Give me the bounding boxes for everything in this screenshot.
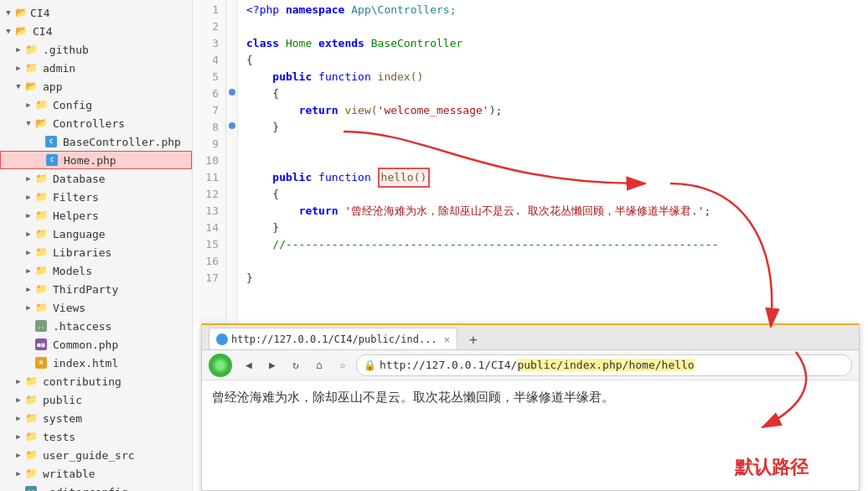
folder-icon — [34, 301, 48, 314]
code-line-6: { — [246, 85, 860, 102]
folder-icon — [34, 282, 48, 296]
sidebar-item-config[interactable]: Config — [0, 96, 192, 114]
bookmark-7 — [226, 101, 237, 117]
sidebar-item-contributing[interactable]: contributing — [0, 372, 192, 390]
sidebar-item-language[interactable]: Language — [0, 225, 192, 243]
sidebar-item-system[interactable]: system — [0, 409, 192, 427]
token: } — [246, 220, 279, 236]
line-number-11: 11 — [193, 169, 219, 186]
line-number-16: 16 — [193, 253, 219, 270]
item-label: writable — [43, 468, 96, 480]
item-label: Filters — [53, 191, 99, 204]
folder-icon — [34, 227, 48, 240]
code-line-2 — [246, 18, 860, 35]
bookmark-14 — [226, 218, 237, 235]
browser-tab[interactable]: http://127.0.0.1/CI4/public/ind... ✕ — [209, 328, 457, 349]
php-icon — [45, 153, 59, 167]
html-icon — [34, 356, 48, 370]
sidebar-item-admin[interactable]: admin — [0, 59, 192, 77]
new-tab-button[interactable]: + — [464, 330, 483, 349]
sidebar-item-models[interactable]: Models — [0, 261, 192, 280]
sidebar-item-common-php[interactable]: ▣Common.php — [0, 335, 192, 354]
bookmark-12 — [226, 184, 237, 201]
sidebar-item-ci4-root[interactable]: CI4 — [0, 22, 192, 40]
browser-text: 曾经沧海难为水，除却巫山不是云。取次花丛懒回顾，半缘修道半缘君。 — [212, 390, 614, 405]
tab-close-button[interactable]: ✕ — [444, 333, 450, 345]
token: { — [246, 186, 279, 203]
line-number-3: 3 — [193, 35, 219, 52]
line-number-17: 17 — [193, 270, 219, 287]
token: Home — [286, 35, 318, 52]
sidebar-item-basecontroller[interactable]: BaseController.php — [0, 132, 192, 151]
sidebar-item-views[interactable]: Views — [0, 298, 192, 317]
token: class — [246, 35, 286, 52]
token: public — [272, 69, 318, 85]
sidebar-item-controllers[interactable]: Controllers — [0, 114, 192, 132]
item-label: contributing — [43, 375, 121, 388]
item-label: app — [43, 80, 62, 93]
folder-icon — [24, 448, 38, 462]
refresh-button[interactable]: ↻ — [286, 355, 306, 375]
item-label: Config — [53, 99, 92, 111]
item-label: .htaccess — [53, 320, 111, 333]
arrow-closed — [13, 377, 23, 385]
bookmark-9 — [226, 134, 237, 151]
code-line-13: return '曾经沧海难为水，除却巫山不是云. 取次花丛懒回顾，半缘修道半缘君… — [246, 203, 860, 220]
sidebar-item-home-php[interactable]: Home.php — [0, 151, 192, 169]
token: '曾经沧海难为水，除却巫山不是云. 取次花丛懒回顾，半缘修道半缘君.' — [344, 203, 704, 220]
code-line-11: public function hello() — [246, 169, 860, 186]
item-label: index.html — [53, 357, 118, 370]
tab-url-text: http://127.0.0.1/CI4/public/ind... — [231, 333, 437, 345]
token: App\Controllers; — [344, 2, 456, 18]
token: 'welcome_message' — [378, 102, 489, 119]
token: } — [246, 119, 279, 136]
back-button[interactable]: ◀ — [239, 355, 259, 375]
token: view( — [344, 102, 377, 119]
folder-open-icon — [24, 80, 38, 93]
folder-icon — [34, 172, 48, 185]
token: namespace — [286, 2, 344, 18]
folder-icon — [34, 246, 48, 259]
item-label: BaseController.php — [63, 136, 181, 148]
sidebar-item-editorconfig[interactable]: ⚙.editorconfig — [0, 483, 192, 491]
line-number-2: 2 — [193, 18, 219, 35]
bookmark-15 — [226, 235, 237, 251]
home-button[interactable]: ⌂ — [309, 355, 329, 375]
line-number-14: 14 — [193, 220, 219, 236]
bookmark-10 — [226, 151, 237, 168]
sidebar-item-filters[interactable]: Filters — [0, 188, 192, 206]
token: ; — [705, 203, 711, 220]
sidebar-item-database[interactable]: Database — [0, 169, 192, 188]
sidebar-item-writable[interactable]: writable — [0, 464, 192, 483]
sidebar-item-htaccess[interactable]: ..htaccess — [0, 317, 192, 335]
code-content[interactable]: <?php namespace App\Controllers; class H… — [238, 0, 868, 323]
sidebar-item-libraries[interactable]: Libraries — [0, 243, 192, 261]
forward-button[interactable]: ▶ — [262, 355, 282, 375]
line-number-1: 1 — [193, 2, 219, 18]
bookmark-star-button[interactable]: ☆ — [333, 355, 353, 375]
bookmark-17 — [226, 268, 237, 285]
arrow-closed — [13, 469, 23, 478]
address-bar[interactable]: 🔒 http://127.0.0.1/CI4/public/index.php/… — [356, 354, 852, 376]
token: <?php — [246, 2, 286, 18]
sidebar-item-tests[interactable]: tests — [0, 427, 192, 446]
sidebar-item-public[interactable]: public — [0, 390, 192, 409]
arrow-closed — [13, 395, 23, 404]
sidebar-item-app[interactable]: app — [0, 77, 192, 96]
browser-tab-icon — [216, 333, 228, 345]
bookmark-16 — [226, 251, 237, 268]
sidebar-item-user-guide-src[interactable]: user_guide_src — [0, 446, 192, 464]
sidebar-item-helpers[interactable]: Helpers — [0, 206, 192, 225]
item-label: Views — [53, 302, 85, 314]
sidebar-item-thirdparty[interactable]: ThirdParty — [0, 280, 192, 298]
arrow-closed — [23, 266, 34, 275]
item-label: system — [43, 412, 82, 425]
sidebar-root[interactable]: ▼CI4 — [0, 3, 192, 22]
bookmark-2 — [226, 17, 237, 34]
token: index() — [378, 69, 424, 85]
code-line-3: class Home extends BaseController — [246, 35, 860, 52]
token: public — [272, 169, 318, 186]
sidebar-item-github[interactable]: .github — [0, 40, 192, 59]
sidebar-item-index-html[interactable]: index.html — [0, 354, 192, 372]
token: function — [318, 69, 377, 85]
